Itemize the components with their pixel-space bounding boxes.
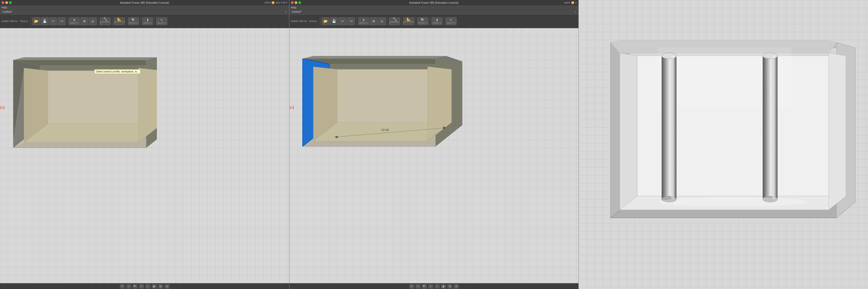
toolbar-mid: SHEET METAL TOOLS 📂 💾 ↩ ↪ ✦MODIFY ▾ ⊕ fx… [289, 14, 579, 28]
left-edge-indicator-mid: ▷| [290, 105, 294, 109]
traffic-lights-left [2, 1, 12, 4]
btn-open-left[interactable]: 📂 [32, 17, 40, 25]
close-btn-mid[interactable] [291, 1, 293, 4]
menubar-left: Help [0, 5, 289, 9]
label-tools-mid: TOOLS [309, 20, 317, 23]
btn-modify-mid[interactable]: ✦MODIFY ▾ [358, 17, 369, 25]
svg-text:22.00: 22.00 [381, 128, 389, 132]
close-doc-mid[interactable]: ✕ [574, 10, 576, 13]
box-svg-mid: 22.00 → [289, 43, 467, 165]
bb-btn-5-left[interactable]: □ [146, 284, 150, 288]
label-sheetmetal-left: SHEET METAL [2, 20, 18, 23]
btn-save-mid[interactable]: 💾 [330, 17, 338, 25]
min-btn-left[interactable] [5, 1, 8, 4]
btn-inspect-left[interactable]: 🔍INSPECT ▾ [128, 17, 139, 25]
svg-text:→: → [462, 86, 466, 91]
btn-construct-left[interactable]: 📐CONSTRUCT ▾ [114, 17, 125, 25]
btn-undo-left[interactable]: ↩ [49, 17, 57, 25]
bb-btn-8-mid[interactable]: ⊟ [454, 284, 459, 288]
svg-rect-47 [772, 56, 775, 199]
btn-fx-mid[interactable]: fx [378, 17, 386, 25]
bb-btn-7-left[interactable]: ⊞ [158, 284, 163, 288]
clock-mid: S [575, 1, 577, 4]
sep-7-mid [444, 16, 444, 26]
bb-btn-2-left[interactable]: ▽ [126, 284, 131, 288]
btn-move-left[interactable]: ⊕ [80, 17, 88, 25]
zoom-level-mid: 100% [564, 1, 570, 4]
left-edge-indicator-left: ▷| [1, 105, 4, 109]
bb-btn-4-left[interactable]: ≡ [139, 284, 144, 288]
canvas-mid[interactable]: 22.00 → ▷| [289, 28, 579, 283]
bb-btn-6-left[interactable]: ▣ [152, 284, 157, 288]
panel-mid: Autodesk Fusion 360 (Education License) … [289, 0, 579, 289]
sep-1-mid [320, 16, 320, 26]
titlebar-right-mid: 100% 📶 S [564, 1, 577, 4]
doc-tab-mid[interactable]: Untitled* [291, 10, 302, 13]
btn-select-mid[interactable]: ↖SELECT ▾ [445, 17, 457, 25]
bb-btn-4-mid[interactable]: ≡ [428, 284, 433, 288]
min-btn-mid[interactable] [294, 1, 297, 4]
btn-assemble-left[interactable]: 🔧ASSEMBLE ▾ [100, 17, 111, 25]
svg-marker-36 [829, 53, 846, 210]
zoom-level-left: 100% [264, 1, 271, 4]
max-btn-mid[interactable] [299, 1, 301, 4]
svg-marker-21 [303, 56, 446, 59]
menu-help-left[interactable]: Help [2, 6, 7, 9]
bb-btn-1-mid[interactable]: ⟳ [409, 284, 414, 288]
btn-save-left[interactable]: 💾 [41, 17, 49, 25]
btn-construct-mid[interactable]: 📐CONSTRUCT ▾ [403, 17, 414, 25]
max-btn-left[interactable] [9, 1, 12, 4]
close-btn-left[interactable] [2, 1, 4, 4]
doc-tab-left[interactable]: Untitled* [2, 10, 12, 13]
label-tools-left: TOOLS [20, 20, 28, 23]
panel-right [579, 0, 868, 289]
sep-1-left [31, 16, 31, 26]
render-svg-right [579, 0, 868, 289]
bb-btn-3-mid[interactable]: 🔍 [422, 284, 427, 288]
label-sheetmetal-mid: SHEET METAL [291, 20, 307, 23]
menubar-mid: Help [289, 5, 579, 9]
bb-btn-2-mid[interactable]: ▽ [416, 284, 421, 288]
btn-insert-mid[interactable]: ⬇INSERT ▾ [431, 17, 442, 25]
clock-left: Sun 7:08 P [276, 1, 287, 4]
btn-redo-left[interactable]: ↪ [58, 17, 66, 25]
btn-select-left[interactable]: ↖SELECT ▾ [156, 17, 167, 25]
titlebar-right-left: 100% 📶 Sun 7:08 P [264, 1, 287, 4]
bb-btn-5-mid[interactable]: □ [435, 284, 440, 288]
btn-open-mid[interactable]: 📂 [321, 17, 330, 25]
btn-assemble-mid[interactable]: 🔧ASSEMBLE ▾ [389, 17, 400, 25]
bb-btn-7-mid[interactable]: ⊞ [447, 284, 452, 288]
titlebar-title-mid: Autodesk Fusion 360 (Education License) [409, 1, 459, 4]
tooltip-left: Select sketch profile, workplane, w... [94, 69, 141, 74]
btn-move-mid[interactable]: ⊕ [370, 17, 378, 25]
sep-4-mid [402, 16, 402, 26]
sep-3-mid [388, 16, 388, 26]
titlebar-left: Autodesk Fusion 360 (Education License) … [0, 0, 289, 5]
bb-btn-1-left[interactable]: ⟳ [120, 284, 125, 288]
traffic-lights-mid [291, 1, 301, 4]
sep-6-mid [430, 16, 430, 26]
canvas-left[interactable]: Select sketch profile, workplane, w... ▷… [0, 28, 289, 283]
toolbar-left: SHEET METAL TOOLS 📂 💾 ↩ ↪ ✦MODIFY ▾ ⊕ fx… [0, 14, 289, 28]
btn-fx-left[interactable]: fx [89, 17, 97, 25]
btn-undo-mid[interactable]: ↩ [339, 17, 346, 25]
btn-inspect-mid[interactable]: 🔍INSPECT ▾ [417, 17, 428, 25]
bottombar-mid: ⟳ ▽ 🔍 ≡ □ ▣ ⊞ ⊟ [289, 283, 579, 289]
btn-modify-left[interactable]: ✦MODIFY ▾ [69, 17, 80, 25]
sep-4-left [112, 16, 113, 26]
btn-insert-left[interactable]: ⬇INSERT ▾ [142, 17, 153, 25]
svg-marker-9 [13, 58, 157, 60]
titlebar-mid: Autodesk Fusion 360 (Education License) … [289, 0, 579, 5]
bb-btn-3-left[interactable]: 🔍 [133, 284, 137, 288]
menu-help-mid[interactable]: Help [291, 6, 297, 9]
bb-btn-6-mid[interactable]: ▣ [441, 284, 446, 288]
canvas-right[interactable] [579, 0, 868, 289]
close-doc-left[interactable]: ✕ [285, 10, 287, 13]
bottombar-left: ⟳ ▽ 🔍 ≡ □ ▣ ⊞ ⊟ [0, 283, 289, 289]
bb-btn-8-left[interactable]: ⊟ [165, 284, 169, 288]
btn-redo-mid[interactable]: ↪ [347, 17, 355, 25]
sep-3-left [98, 16, 98, 26]
wifi-icon-mid: 📶 [571, 1, 574, 4]
box-svg-left [0, 44, 157, 164]
svg-rect-43 [671, 56, 674, 199]
